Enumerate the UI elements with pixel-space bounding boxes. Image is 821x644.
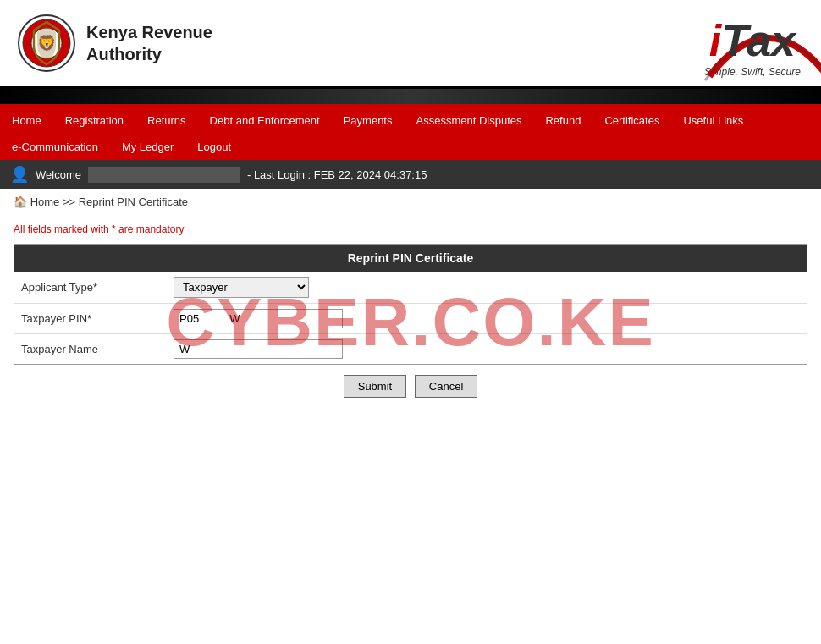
kra-logo: 🦁 Kenya Revenue Authority (17, 14, 212, 73)
itax-tax-text: Tax (721, 16, 796, 65)
navigation: Home Registration Returns Debt and Enfor… (0, 107, 821, 160)
user-icon: 👤 (10, 165, 29, 184)
kra-name: Kenya Revenue Authority (86, 21, 212, 65)
nav-my-ledger[interactable]: My Ledger (110, 134, 185, 160)
header: 🦁 Kenya Revenue Authority iTax Simple, S… (0, 0, 821, 89)
form-row-applicant-type: Applicant Type* Taxpayer Tax Agent Other (14, 272, 807, 304)
breadcrumb-separator: >> (63, 195, 79, 208)
form-buttons: Submit Cancel (14, 365, 807, 408)
itax-logo: iTax Simple, Swift, Secure (701, 8, 804, 78)
home-icon: 🏠 (14, 195, 27, 208)
form-row-taxpayer-pin: Taxpayer PIN* (14, 304, 807, 334)
nav-logout[interactable]: Logout (185, 134, 243, 160)
breadcrumb-home-link[interactable]: Home (30, 195, 60, 208)
form-title: Reprint PIN Certificate (14, 245, 807, 272)
nav-payments[interactable]: Payments (332, 107, 405, 134)
kra-emblem-icon: 🦁 (17, 14, 76, 73)
nav-refund[interactable]: Refund (533, 107, 592, 134)
taxpayer-name-input[interactable] (174, 339, 343, 359)
form-wrapper: Reprint PIN Certificate Applicant Type* … (14, 244, 807, 365)
nav-useful-links[interactable]: Useful Links (671, 107, 755, 134)
breadcrumb-current: Reprint PIN Certificate (79, 195, 188, 208)
form-row-taxpayer-name: Taxpayer Name (14, 334, 807, 364)
nav-row-2: e-Communication My Ledger Logout (0, 134, 821, 160)
nav-ecommunication[interactable]: e-Communication (0, 134, 110, 160)
taxpayer-name-label: Taxpayer Name (21, 343, 174, 355)
nav-assessment[interactable]: Assessment Disputes (404, 107, 533, 134)
applicant-type-select[interactable]: Taxpayer Tax Agent Other (174, 277, 309, 298)
breadcrumb: 🏠 Home >> Reprint PIN Certificate (0, 189, 821, 215)
svg-text:🦁: 🦁 (37, 34, 57, 52)
mandatory-note: All fields marked with * are mandatory (14, 223, 807, 235)
main-content: All fields marked with * are mandatory R… (0, 215, 821, 416)
welcome-username-input[interactable] (88, 167, 240, 183)
cancel-button[interactable]: Cancel (415, 375, 477, 398)
nav-home[interactable]: Home (0, 107, 53, 134)
nav-registration[interactable]: Registration (53, 107, 135, 134)
applicant-type-label: Applicant Type* (21, 281, 174, 294)
last-login-text: - Last Login : FEB 22, 2024 04:37:15 (247, 168, 427, 181)
welcome-bar: 👤 Welcome - Last Login : FEB 22, 2024 04… (0, 160, 821, 189)
nav-returns[interactable]: Returns (135, 107, 198, 134)
taxpayer-pin-label: Taxpayer PIN* (21, 312, 174, 325)
nav-debt[interactable]: Debt and Enforcement (198, 107, 332, 134)
submit-button[interactable]: Submit (344, 375, 406, 398)
black-bar (0, 89, 821, 104)
welcome-label: Welcome (36, 168, 81, 181)
taxpayer-pin-input[interactable] (174, 309, 343, 328)
nav-row-1: Home Registration Returns Debt and Enfor… (0, 107, 821, 134)
nav-certificates[interactable]: Certificates (592, 107, 671, 134)
